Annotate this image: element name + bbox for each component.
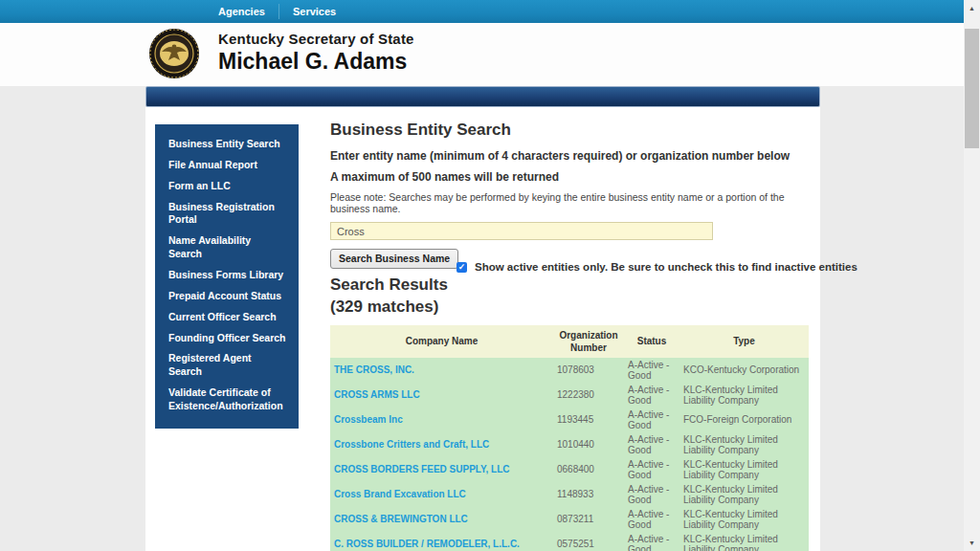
company-name-cell: CROSS BORDERS FEED SUPPLY, LLC — [330, 457, 553, 482]
column-header-organization-number: Organization Number — [553, 325, 624, 358]
instruction-line-2: A maximum of 500 names will be returned — [330, 170, 811, 184]
table-row: Crossbeam Inc 1193445 A-Active - Good FC… — [330, 408, 809, 432]
secretary-name: Michael G. Adams — [218, 49, 414, 75]
type-cell: KLC-Kentucky Limited Liability Company — [679, 507, 809, 532]
company-name-link[interactable]: Crossbone Critters and Craft, LLC — [334, 439, 489, 450]
company-name-cell: THE CROSS, INC. — [330, 358, 553, 383]
sidebar-item[interactable]: Founding Officer Search — [155, 328, 299, 349]
entity-name-input[interactable] — [330, 222, 713, 240]
vertical-scrollbar[interactable]: ▲ ▼ — [964, 0, 980, 551]
scrollbar-up-arrow-icon[interactable]: ▲ — [964, 0, 980, 16]
column-header-type: Type — [679, 325, 809, 358]
table-row: CROSS & BREWINGTON LLC 0873211 A-Active … — [330, 507, 809, 532]
status-cell: A-Active - Good — [624, 408, 679, 432]
services-link[interactable]: Services — [279, 0, 349, 23]
page-title: Business Entity Search — [330, 121, 811, 140]
type-cell: KLC-Kentucky Limited Liability Company — [679, 432, 809, 457]
type-cell: KLC-Kentucky Limited Liability Company — [679, 383, 809, 408]
sidebar-menu: Business Entity Search File Annual Repor… — [155, 124, 299, 429]
scrollbar-down-arrow-icon[interactable]: ▼ — [964, 535, 980, 551]
instruction-line-1: Enter entity name (minimum of 4 characte… — [330, 149, 811, 163]
company-name-cell: CROSS & BREWINGTON LLC — [330, 507, 553, 532]
site-title: Kentucky Secretary of State — [218, 31, 414, 47]
sidebar-item[interactable]: Prepaid Account Status — [155, 286, 299, 307]
sidebar-item[interactable]: Business Forms Library — [155, 265, 299, 286]
status-cell: A-Active - Good — [624, 358, 679, 383]
results-header-row: Company Name Organization Number Status … — [330, 325, 809, 358]
results-count: (329 matches) — [330, 298, 811, 317]
type-cell: FCO-Foreign Corporation — [679, 408, 809, 432]
sidebar-item[interactable]: Form an LLC — [155, 176, 299, 197]
company-name-cell: C. ROSS BUILDER / REMODELER, L.L.C. — [330, 532, 553, 551]
results-title: Search Results — [330, 274, 811, 298]
company-name-link[interactable]: C. ROSS BUILDER / REMODELER, L.L.C. — [334, 539, 520, 549]
results-table: Company Name Organization Number Status … — [330, 325, 809, 551]
table-row: THE CROSS, INC. 1078603 A-Active - Good … — [330, 358, 809, 383]
table-row: Cross Brand Excavation LLC 1148933 A-Act… — [330, 482, 809, 507]
table-row: Crossbone Critters and Craft, LLC 101044… — [330, 432, 809, 457]
top-government-bar: Agencies Services — [0, 0, 964, 23]
organization-number-cell: 1010440 — [553, 432, 624, 457]
column-header-status: Status — [624, 325, 679, 358]
sidebar-item[interactable]: Current Officer Search — [155, 307, 299, 328]
type-cell: KLC-Kentucky Limited Liability Company — [679, 532, 809, 551]
search-business-name-button[interactable]: Search Business Name — [330, 249, 458, 269]
organization-number-cell: 0575251 — [553, 532, 624, 551]
company-name-cell: CROSS ARMS LLC — [330, 383, 553, 408]
table-row: C. ROSS BUILDER / REMODELER, L.L.C. 0575… — [330, 532, 809, 551]
sidebar-item[interactable]: Business Registration Portal — [155, 197, 299, 231]
status-cell: A-Active - Good — [624, 482, 679, 507]
checkmark-icon: ✓ — [458, 263, 466, 272]
active-entities-checkbox-label: Show active entities only. Be sure to un… — [475, 261, 858, 273]
status-cell: A-Active - Good — [624, 457, 679, 482]
table-row: CROSS BORDERS FEED SUPPLY, LLC 0668400 A… — [330, 457, 809, 482]
agencies-link[interactable]: Agencies — [205, 0, 278, 23]
company-name-link[interactable]: CROSS & BREWINGTON LLC — [334, 514, 468, 524]
search-note: Please note: Searches may be performed b… — [330, 191, 811, 214]
company-name-link[interactable]: THE CROSS, INC. — [334, 364, 414, 375]
column-header-company-name: Company Name — [330, 325, 553, 358]
sidebar-item[interactable]: Registered Agent Search — [155, 348, 299, 383]
type-cell: KLC-Kentucky Limited Liability Company — [679, 457, 809, 482]
organization-number-cell: 1078603 — [553, 358, 624, 383]
type-cell: KLC-Kentucky Limited Liability Company — [679, 482, 809, 507]
company-name-cell: Cross Brand Excavation LLC — [330, 482, 553, 507]
company-name-link[interactable]: Crossbeam Inc — [334, 414, 403, 425]
sidebar-item[interactable]: File Annual Report — [155, 155, 299, 176]
type-cell: KCO-Kentucky Corporation — [679, 358, 809, 383]
company-name-link[interactable]: CROSS BORDERS FEED SUPPLY, LLC — [334, 464, 510, 474]
company-name-cell: Crossbeam Inc — [330, 408, 553, 432]
organization-number-cell: 1222380 — [553, 383, 624, 408]
organization-number-cell: 0668400 — [553, 457, 624, 482]
organization-number-cell: 1148933 — [553, 482, 624, 507]
sidebar-item[interactable]: Validate Certificate of Existence/Author… — [155, 383, 299, 417]
company-name-cell: Crossbone Critters and Craft, LLC — [330, 432, 553, 457]
status-cell: A-Active - Good — [624, 532, 679, 551]
organization-number-cell: 1193445 — [553, 408, 624, 432]
company-name-link[interactable]: Cross Brand Excavation LLC — [334, 489, 466, 499]
status-cell: A-Active - Good — [624, 507, 679, 532]
organization-number-cell: 0873211 — [553, 507, 624, 532]
content-panel: Business Entity Search File Annual Repor… — [145, 107, 820, 551]
status-cell: A-Active - Good — [624, 432, 679, 457]
kentucky-state-seal-icon — [148, 28, 200, 79]
sidebar-item[interactable]: Name Availability Search — [155, 231, 299, 265]
sidebar-item[interactable]: Business Entity Search — [155, 134, 299, 155]
active-entities-checkbox[interactable]: ✓ — [457, 262, 467, 273]
site-header: Kentucky Secretary of State Michael G. A… — [0, 23, 964, 86]
status-cell: A-Active - Good — [624, 383, 679, 408]
scrollbar-thumb[interactable] — [965, 29, 979, 148]
navy-nav-bar — [145, 86, 820, 107]
company-name-link[interactable]: CROSS ARMS LLC — [334, 389, 420, 400]
table-row: CROSS ARMS LLC 1222380 A-Active - Good K… — [330, 383, 809, 408]
main-content: Business Entity Search Enter entity name… — [330, 121, 811, 551]
